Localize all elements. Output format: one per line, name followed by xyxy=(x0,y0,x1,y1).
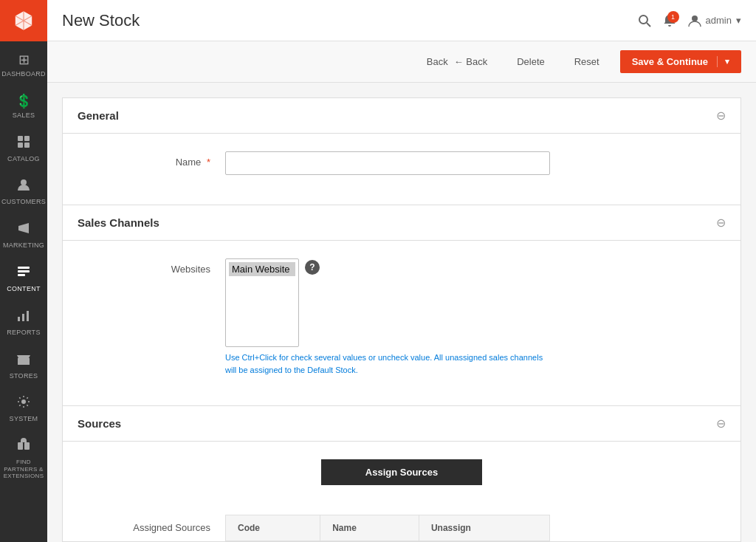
sidebar-item-label: MARKETING xyxy=(3,241,44,250)
sidebar-item-find-partners[interactable]: FIND PARTNERS & EXTENSIONS xyxy=(0,430,47,487)
general-section-body: Name * xyxy=(63,134,740,205)
svg-rect-5 xyxy=(18,267,30,269)
sidebar-item-catalog[interactable]: CATALOG xyxy=(0,127,47,171)
system-icon xyxy=(16,394,31,413)
websites-help-text: Use Ctrl+Click for check several values … xyxy=(225,351,550,376)
svg-rect-0 xyxy=(18,136,23,141)
websites-select[interactable]: Main Website xyxy=(225,258,299,347)
sidebar-item-content[interactable]: CONTENT xyxy=(0,257,47,301)
page-title: New Stock xyxy=(62,11,140,30)
svg-point-12 xyxy=(21,399,26,404)
save-continue-label: Save & Continue xyxy=(632,56,718,67)
sources-section-body: Assign Sources Assigned Sources Code Nam… xyxy=(63,442,740,541)
reports-icon xyxy=(16,308,31,326)
sources-section-header[interactable]: Sources ⊖ xyxy=(63,406,740,442)
save-continue-button[interactable]: Save & Continue ▾ xyxy=(620,50,741,73)
svg-point-17 xyxy=(692,16,698,21)
websites-label: Websites xyxy=(78,258,225,275)
svg-rect-14 xyxy=(24,442,30,450)
sidebar-item-label: REPORTS xyxy=(7,329,40,337)
svg-rect-3 xyxy=(24,143,30,148)
sidebar-item-dashboard[interactable]: ⊞ DASHBOARD xyxy=(0,44,47,86)
header-actions: 1 admin ▾ xyxy=(638,14,741,27)
assigned-sources-table: Code Name Unassign xyxy=(225,515,550,541)
sales-channels-toggle[interactable]: ⊖ xyxy=(716,216,726,230)
assigned-sources-row: Assigned Sources Code Name Unassign xyxy=(78,515,726,541)
assign-sources-row: Assign Sources xyxy=(78,459,726,500)
websites-form-row: Websites Main Website ? Use Ctrl+Click f… xyxy=(78,258,726,376)
dashboard-icon: ⊞ xyxy=(18,52,30,68)
marketing-icon xyxy=(16,221,31,239)
sidebar-item-marketing[interactable]: MARKETING xyxy=(0,213,47,257)
assigned-sources-label: Assigned Sources xyxy=(78,515,225,533)
svg-rect-8 xyxy=(18,317,20,321)
sidebar-item-label: CATALOG xyxy=(7,155,40,163)
general-section-header[interactable]: General ⊖ xyxy=(63,98,740,134)
name-label: Name * xyxy=(78,151,225,168)
svg-rect-13 xyxy=(18,442,23,450)
admin-label: admin xyxy=(706,15,732,26)
general-section: General ⊖ Name * xyxy=(62,97,741,205)
svg-rect-7 xyxy=(18,274,25,276)
sidebar-item-reports[interactable]: REPORTS xyxy=(0,301,47,344)
svg-rect-10 xyxy=(27,311,29,321)
sidebar-logo[interactable] xyxy=(0,0,47,41)
assign-sources-button[interactable]: Assign Sources xyxy=(321,459,482,485)
sidebar-item-label: STORES xyxy=(10,372,38,380)
sidebar-item-stores[interactable]: STORES xyxy=(0,344,47,388)
sources-section-toggle[interactable]: ⊖ xyxy=(716,416,726,430)
sidebar-item-label: SYSTEM xyxy=(10,415,38,423)
sources-section: Sources ⊖ Assign Sources Assigned Source… xyxy=(62,406,741,542)
svg-rect-9 xyxy=(22,314,24,321)
catalog-icon xyxy=(16,134,31,153)
reset-button[interactable]: Reset xyxy=(566,52,608,72)
name-input[interactable] xyxy=(225,151,550,175)
sidebar-item-label: CONTENT xyxy=(7,285,41,293)
notifications-button[interactable]: 1 xyxy=(663,14,676,27)
table-header: Code Name Unassign xyxy=(226,515,550,541)
general-section-toggle[interactable]: ⊖ xyxy=(716,109,726,123)
col-unassign: Unassign xyxy=(419,515,549,541)
sales-channels-body: Websites Main Website ? Use Ctrl+Click f… xyxy=(63,241,740,405)
svg-point-15 xyxy=(639,16,647,24)
svg-rect-11 xyxy=(21,360,26,365)
customers-icon xyxy=(16,177,31,196)
assigned-sources-table-wrapper: Code Name Unassign xyxy=(225,515,550,541)
svg-rect-2 xyxy=(18,143,23,148)
main-content: New Stock 1 admin ▾ xyxy=(47,0,756,542)
websites-help-icon[interactable]: ? xyxy=(305,260,320,275)
svg-point-4 xyxy=(21,179,27,185)
admin-dropdown-arrow: ▾ xyxy=(736,15,741,26)
general-section-title: General xyxy=(78,109,119,122)
back-button[interactable]: Back ← Back xyxy=(418,52,496,72)
top-header: New Stock 1 admin ▾ xyxy=(47,0,756,41)
admin-user-menu[interactable]: admin ▾ xyxy=(688,14,741,27)
stores-icon xyxy=(16,351,31,370)
websites-input-group: Main Website ? Use Ctrl+Click for check … xyxy=(225,258,550,376)
name-form-row: Name * xyxy=(78,151,726,175)
sidebar-item-label: DASHBOARD xyxy=(1,70,46,78)
websites-container: Main Website ? xyxy=(225,258,550,347)
back-icon: Back xyxy=(427,56,448,67)
sidebar-item-customers[interactable]: CUSTOMERS xyxy=(0,170,47,213)
sales-icon: 💲 xyxy=(16,93,32,109)
delete-button[interactable]: Delete xyxy=(508,52,554,72)
search-button[interactable] xyxy=(638,14,651,27)
sidebar-item-label: FIND PARTNERS & EXTENSIONS xyxy=(2,459,46,480)
sales-channels-title: Sales Channels xyxy=(78,216,159,229)
svg-rect-6 xyxy=(18,270,30,272)
sidebar-item-label: SALES xyxy=(13,112,35,120)
website-option-main[interactable]: Main Website xyxy=(229,262,295,276)
save-continue-dropdown-arrow: ▾ xyxy=(718,57,729,66)
sidebar-item-system[interactable]: SYSTEM xyxy=(0,387,47,430)
notification-badge: 1 xyxy=(667,11,679,23)
sources-section-title: Sources xyxy=(78,417,121,430)
sidebar-item-label: CUSTOMERS xyxy=(1,198,46,206)
table-header-row: Code Name Unassign xyxy=(226,515,550,541)
sidebar-item-sales[interactable]: 💲 SALES xyxy=(0,86,47,127)
col-name: Name xyxy=(320,515,419,541)
find-partners-icon xyxy=(16,438,31,456)
svg-rect-1 xyxy=(24,136,30,141)
sales-channels-header[interactable]: Sales Channels ⊖ xyxy=(63,205,740,241)
sales-channels-section: Sales Channels ⊖ Websites Main Website ?… xyxy=(62,205,741,406)
